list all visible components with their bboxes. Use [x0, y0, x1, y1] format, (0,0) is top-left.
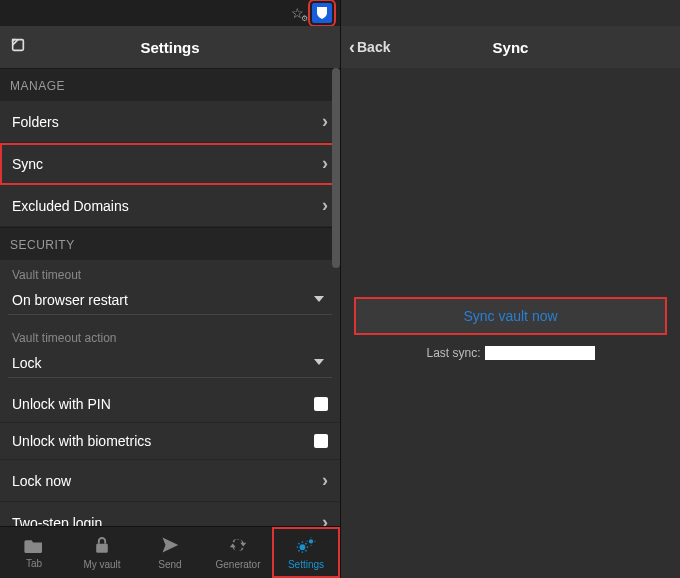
lock-icon — [94, 536, 110, 557]
chevron-right-icon: › — [322, 153, 328, 174]
svg-rect-1 — [96, 543, 108, 552]
nav-send[interactable]: Send — [136, 527, 204, 578]
row-label: Unlock with biometrics — [12, 433, 151, 449]
chevron-left-icon: ‹ — [349, 37, 355, 58]
chevron-right-icon: › — [322, 111, 328, 132]
chevron-right-icon: › — [322, 512, 328, 526]
row-label: Folders — [12, 114, 59, 130]
vault-timeout-action-select[interactable]: Lock — [8, 349, 332, 378]
sync-vault-now-button[interactable]: Sync vault now — [355, 298, 666, 334]
row-lock-now[interactable]: Lock now › — [0, 460, 340, 502]
nav-generator[interactable]: Generator — [204, 527, 272, 578]
checkbox[interactable] — [314, 434, 328, 448]
section-manage-header: MANAGE — [0, 68, 340, 101]
nav-label: My vault — [83, 559, 120, 570]
nav-label: Generator — [215, 559, 260, 570]
checkbox[interactable] — [314, 397, 328, 411]
folder-icon — [24, 537, 44, 556]
browser-toolbar: ☆⚙ — [0, 0, 340, 26]
section-security-header: SECURITY — [0, 227, 340, 260]
nav-tab[interactable]: Tab — [0, 527, 68, 578]
row-label: Unlock with PIN — [12, 396, 111, 412]
row-folders[interactable]: Folders › — [0, 101, 340, 143]
gears-icon — [296, 536, 316, 557]
nav-label: Tab — [26, 558, 42, 569]
last-sync-value-redacted — [485, 346, 595, 360]
last-sync-label: Last sync: — [426, 346, 480, 360]
nav-settings[interactable]: Settings — [272, 527, 340, 578]
page-title: Settings — [140, 39, 199, 56]
row-label: Lock now — [12, 473, 71, 489]
bitwarden-extension-icon[interactable] — [312, 3, 332, 23]
bottom-nav: Tab My vault Send Generator — [0, 526, 340, 578]
row-label: Two-step login — [12, 515, 102, 527]
row-excluded-domains[interactable]: Excluded Domains › — [0, 185, 340, 227]
svg-point-2 — [300, 544, 306, 550]
back-label: Back — [357, 39, 390, 55]
row-label: Sync — [12, 156, 43, 172]
scrollbar[interactable] — [332, 68, 340, 526]
scroll-thumb[interactable] — [332, 68, 340, 268]
chevron-right-icon: › — [322, 195, 328, 216]
bookmark-star-icon[interactable]: ☆⚙ — [291, 5, 304, 21]
row-sync[interactable]: Sync › — [0, 143, 340, 185]
back-button[interactable]: ‹ Back — [349, 37, 390, 58]
last-sync-row: Last sync: — [341, 346, 680, 360]
nav-my-vault[interactable]: My vault — [68, 527, 136, 578]
svg-point-3 — [309, 539, 313, 543]
vault-timeout-label: Vault timeout — [0, 260, 340, 286]
refresh-icon — [229, 536, 247, 557]
chevron-right-icon: › — [322, 470, 328, 491]
svg-rect-0 — [13, 40, 24, 51]
row-label: Excluded Domains — [12, 198, 129, 214]
nav-label: Settings — [288, 559, 324, 570]
settings-header: Settings — [0, 26, 340, 68]
sync-header: ‹ Back Sync — [341, 26, 680, 68]
popout-icon[interactable] — [10, 37, 26, 57]
nav-label: Send — [158, 559, 181, 570]
row-unlock-pin[interactable]: Unlock with PIN — [0, 386, 340, 423]
row-two-step-login[interactable]: Two-step login › — [0, 502, 340, 526]
vault-timeout-action-label: Vault timeout action — [0, 323, 340, 349]
page-title: Sync — [493, 39, 529, 56]
sync-button-label: Sync vault now — [463, 308, 557, 324]
row-unlock-biometrics[interactable]: Unlock with biometrics — [0, 423, 340, 460]
send-icon — [161, 536, 179, 557]
vault-timeout-select[interactable]: On browser restart — [8, 286, 332, 315]
